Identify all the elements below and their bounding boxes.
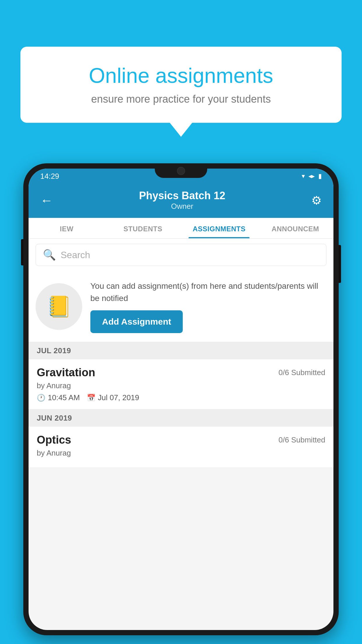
tab-students[interactable]: STUDENTS	[105, 218, 181, 238]
assignment-item-gravitation[interactable]: Gravitation 0/6 Submitted by Anurag 🕐 10…	[29, 359, 333, 410]
search-container: 🔍 Search	[29, 239, 333, 271]
calendar-icon: 📅	[87, 394, 96, 402]
app-header: ← Physics Batch 12 Owner ⚙	[29, 184, 333, 218]
section-header-jun: JUN 2019	[29, 410, 333, 427]
volume-button	[21, 239, 23, 265]
phone-container: 14:29 ▾ ◂▸ ▮ ← Physics Batch 12 Owner ⚙ …	[23, 163, 339, 635]
header-subtitle: Owner	[139, 202, 225, 211]
header-title: Physics Batch 12	[139, 190, 225, 202]
assignment-submitted: 0/6 Submitted	[279, 368, 325, 377]
promo-card: 📒 You can add assignment(s) from here an…	[29, 271, 333, 342]
assignment-date: 📅 Jul 07, 2019	[87, 393, 139, 402]
power-button	[339, 245, 341, 283]
assignment-item-optics[interactable]: Optics 0/6 Submitted by Anurag	[29, 427, 333, 468]
assignment-meta: 🕐 10:45 AM 📅 Jul 07, 2019	[37, 393, 325, 402]
tab-assignments[interactable]: ASSIGNMENTS	[181, 218, 257, 238]
header-title-group: Physics Batch 12 Owner	[139, 190, 225, 211]
assignment-row1: Gravitation 0/6 Submitted	[37, 366, 325, 379]
assignment-name-optics: Optics	[37, 434, 71, 446]
time-value: 10:45 AM	[48, 393, 80, 402]
status-time: 14:29	[40, 172, 59, 181]
settings-icon[interactable]: ⚙	[311, 194, 322, 207]
speech-bubble-subtitle: ensure more practice for your students	[41, 93, 321, 105]
tab-announcements[interactable]: ANNOUNCEM	[257, 218, 334, 238]
assignment-by: by Anurag	[37, 381, 325, 390]
date-value: Jul 07, 2019	[98, 393, 139, 402]
search-icon: 🔍	[43, 249, 56, 261]
add-assignment-button[interactable]: Add Assignment	[90, 310, 183, 333]
speech-bubble-title: Online assignments	[41, 64, 321, 87]
back-button[interactable]: ←	[40, 193, 53, 208]
speech-bubble-container: Online assignments ensure more practice …	[20, 47, 342, 123]
phone-notch	[155, 163, 207, 178]
promo-icon-circle: 📒	[36, 283, 82, 330]
assignment-name: Gravitation	[37, 366, 95, 379]
status-icons: ▾ ◂▸ ▮	[302, 172, 322, 180]
speech-bubble: Online assignments ensure more practice …	[20, 47, 342, 123]
promo-description: You can add assignment(s) from here and …	[90, 280, 325, 304]
tab-bar: IEW STUDENTS ASSIGNMENTS ANNOUNCEM	[29, 218, 333, 239]
wifi-icon: ▾	[302, 172, 305, 180]
signal-icon: ◂▸	[308, 172, 315, 180]
search-placeholder: Search	[61, 250, 90, 260]
notebook-icon: 📒	[46, 295, 72, 318]
section-header-jul: JUL 2019	[29, 342, 333, 359]
phone-outer: 14:29 ▾ ◂▸ ▮ ← Physics Batch 12 Owner ⚙ …	[23, 163, 339, 635]
assignment-by-optics: by Anurag	[37, 449, 325, 458]
assignment-submitted-optics: 0/6 Submitted	[279, 435, 325, 444]
assignment-time: 🕐 10:45 AM	[37, 393, 80, 402]
promo-text-area: You can add assignment(s) from here and …	[90, 280, 325, 333]
search-input-wrap[interactable]: 🔍 Search	[36, 244, 326, 266]
battery-icon: ▮	[318, 172, 322, 180]
phone-screen: 14:29 ▾ ◂▸ ▮ ← Physics Batch 12 Owner ⚙ …	[29, 169, 333, 630]
clock-icon: 🕐	[37, 394, 45, 402]
tab-iew[interactable]: IEW	[29, 218, 105, 238]
phone-camera	[177, 167, 185, 175]
assignment-row1-optics: Optics 0/6 Submitted	[37, 434, 325, 446]
